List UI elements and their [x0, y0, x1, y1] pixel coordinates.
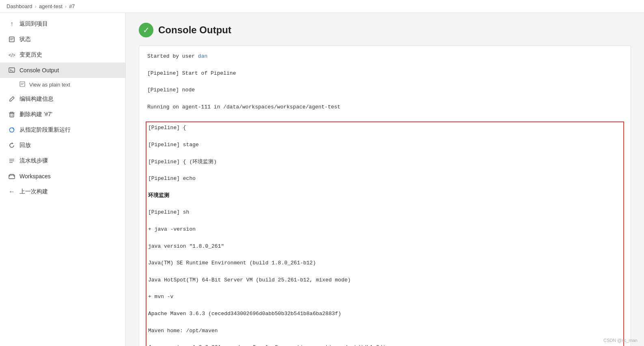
hl-line-7: + java -version	[148, 225, 622, 234]
hl-line-8: java version "1.8.0_261"	[148, 242, 622, 251]
sidebar-label-changes: 变更历史	[19, 51, 42, 58]
sidebar-item-restart[interactable]: 从指定阶段重新运行	[0, 122, 125, 138]
console-line-2: [Pipeline] Start of Pipeline	[147, 69, 622, 78]
prev-icon: ←	[8, 188, 15, 195]
sidebar-item-changes[interactable]: </> 变更历史	[0, 47, 125, 63]
sidebar-item-pipeline[interactable]: 流水线步骤	[0, 153, 125, 169]
sidebar-label-status: 状态	[19, 36, 31, 43]
restart-icon	[8, 126, 15, 134]
content-area: ✓ Console Output Started by user dan [Pi…	[126, 13, 644, 346]
sidebar-item-plaintext[interactable]: View as plain text	[0, 78, 125, 91]
hl-line-5: 环境监测	[148, 192, 622, 200]
breadcrumb-dashboard[interactable]: Dashboard	[6, 3, 32, 9]
sidebar-label-restart: 从指定阶段重新运行	[19, 126, 71, 134]
sidebar-label-console: Console Output	[19, 67, 59, 74]
breadcrumb-sep-2: ›	[65, 3, 67, 9]
hl-line-6: [Pipeline] sh	[148, 208, 622, 217]
console-output: Started by user dan [Pipeline] Start of …	[139, 45, 631, 346]
sidebar-item-edit[interactable]: 编辑构建信息	[0, 91, 125, 107]
sidebar-item-console[interactable]: Console Output	[0, 63, 125, 78]
sidebar-label-workspaces: Workspaces	[19, 173, 51, 179]
workspaces-icon	[8, 173, 15, 180]
hl-line-2: [Pipeline] stage	[148, 141, 622, 149]
sidebar-label-back: 返回到项目	[19, 20, 48, 28]
sidebar-item-status[interactable]: 状态	[0, 32, 125, 47]
hl-line-11: + mvn -v	[148, 293, 622, 301]
hl-line-4: [Pipeline] echo	[148, 175, 622, 183]
hl-line-9: Java(TM) SE Runtime Environment (build 1…	[148, 259, 622, 268]
console-line-1: Started by user dan	[147, 52, 622, 61]
delete-icon	[8, 111, 15, 118]
console-user-link[interactable]: dan	[198, 53, 207, 59]
sidebar-item-workspaces[interactable]: Workspaces	[0, 169, 125, 184]
sidebar-item-delete[interactable]: 删除构建 '#7'	[0, 107, 125, 122]
hl-line-13: Maven home: /opt/maven	[148, 327, 622, 335]
changes-icon: </>	[8, 51, 15, 58]
sidebar-label-pipeline: 流水线步骤	[19, 157, 48, 164]
svg-rect-4	[9, 68, 15, 72]
console-line-4: Running on agent-111 in /data/workspaces…	[147, 103, 622, 112]
breadcrumb: Dashboard › agent-test › #7	[0, 0, 644, 13]
console-highlighted-block: [Pipeline] { [Pipeline] stage [Pipeline]…	[146, 121, 624, 346]
success-icon: ✓	[139, 23, 153, 37]
sidebar-label-delete: 删除构建 '#7'	[19, 111, 52, 118]
hl-line-3: [Pipeline] { (环境监测)	[148, 158, 622, 167]
console-icon	[8, 67, 15, 74]
sidebar-label-replay: 回放	[19, 142, 31, 149]
edit-icon	[8, 95, 15, 103]
hl-line-12: Apache Maven 3.6.3 (cecedd343002696d0abb…	[148, 310, 622, 318]
breadcrumb-sep-1: ›	[35, 3, 37, 9]
back-icon: ↑	[8, 20, 15, 28]
sidebar-label-prev: 上一次构建	[19, 188, 48, 195]
hl-line-14: Java version: 1.8.0_261, vendor: Oracle …	[148, 344, 622, 346]
sidebar-label-plaintext: View as plain text	[29, 82, 70, 88]
watermark: CSDN @sc_man	[603, 338, 638, 343]
sidebar-item-replay[interactable]: 回放	[0, 138, 125, 153]
replay-icon	[8, 142, 15, 149]
main-layout: ↑ 返回到项目 状态 </> 变更历史 Console Output	[0, 13, 644, 346]
breadcrumb-current: #7	[69, 3, 75, 9]
sidebar: ↑ 返回到项目 状态 </> 变更历史 Console Output	[0, 13, 126, 346]
sidebar-label-edit: 编辑构建信息	[19, 95, 54, 103]
svg-rect-9	[10, 113, 14, 117]
page-header: ✓ Console Output	[139, 23, 631, 37]
breadcrumb-agent-test[interactable]: agent-test	[39, 3, 62, 9]
sidebar-item-prev[interactable]: ← 上一次构建	[0, 184, 125, 199]
console-line-3: [Pipeline] node	[147, 86, 622, 95]
pipeline-icon	[8, 157, 15, 164]
hl-line-1: [Pipeline] {	[148, 124, 622, 132]
svg-text:</>: </>	[9, 52, 15, 58]
status-icon	[8, 36, 15, 43]
plaintext-icon	[19, 81, 25, 88]
svg-rect-0	[9, 37, 14, 42]
hl-line-10: Java HotSpot(TM) 64-Bit Server VM (build…	[148, 276, 622, 285]
svg-rect-6	[20, 82, 25, 86]
sidebar-item-back[interactable]: ↑ 返回到项目	[0, 16, 125, 32]
page-title: Console Output	[158, 24, 231, 36]
